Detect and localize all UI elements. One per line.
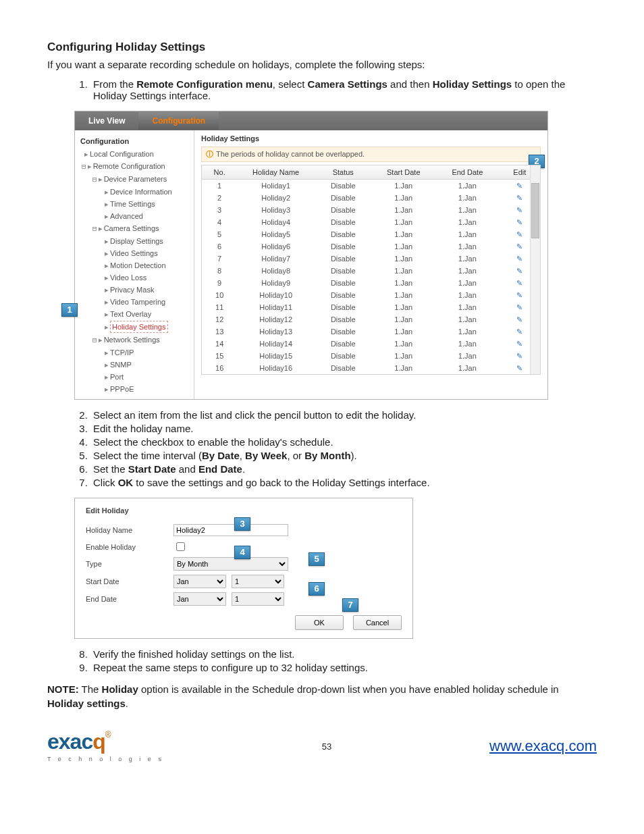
enable-holiday-label: Enable Holiday	[86, 543, 173, 551]
sidebar-local-config[interactable]: ▸Local Configuration	[78, 148, 191, 160]
table-row[interactable]: 4Holiday4Disable1.Jan1.Jan✎	[202, 216, 540, 228]
edit-holiday-title: Edit Holiday	[86, 506, 402, 515]
sidebar-holiday-settings[interactable]: ▸Holiday Settings	[78, 320, 191, 334]
step-5: Select the time interval (By Date, By We…	[90, 450, 597, 461]
page-heading: Configuring Holiday Settings	[47, 41, 597, 54]
sidebar-advanced[interactable]: ▸Advanced	[78, 210, 191, 222]
step-6: Set the Start Date and End Date.	[90, 463, 597, 475]
type-select[interactable]: By Month	[173, 557, 288, 571]
sidebar-motion-detection[interactable]: ▸Motion Detection	[78, 259, 191, 271]
table-row[interactable]: 3Holiday3Disable1.Jan1.Jan✎	[202, 204, 540, 216]
enable-holiday-checkbox[interactable]	[176, 542, 185, 551]
sidebar-device-params[interactable]: ⊟▸Device Parameters	[78, 173, 191, 186]
ok-button[interactable]: OK	[295, 615, 344, 630]
sidebar-header: Configuration	[78, 134, 191, 148]
step-9: Repeat the same steps to configure up to…	[90, 662, 597, 673]
exacq-logo: exacq® T e c h n o l o g i e s	[47, 731, 164, 762]
page-footer: exacq® T e c h n o l o g i e s 53 www.ex…	[47, 731, 597, 762]
sidebar-text-overlay[interactable]: ▸Text Overlay	[78, 308, 191, 320]
start-day-select[interactable]: 1	[232, 575, 284, 588]
start-month-select[interactable]: Jan	[173, 575, 226, 588]
pencil-icon[interactable]: ✎	[516, 352, 522, 360]
pencil-icon[interactable]: ✎	[516, 230, 522, 238]
content-panel: Holiday Settings ⓘThe periods of holiday…	[194, 130, 547, 399]
pencil-icon[interactable]: ✎	[516, 242, 522, 251]
table-row[interactable]: 15Holiday15Disable1.Jan1.Jan✎	[202, 350, 540, 362]
sidebar-port[interactable]: ▸Port	[78, 371, 191, 383]
table-row[interactable]: 2Holiday2Disable1.Jan1.Jan✎	[202, 192, 540, 204]
info-icon: ⓘ	[206, 150, 213, 158]
pencil-icon[interactable]: ✎	[516, 303, 522, 311]
holiday-name-label: Holiday Name	[86, 526, 173, 534]
steps-list-2: Select an item from the list and click t…	[47, 409, 597, 488]
holiday-table: No. Holiday Name Status Start Date End D…	[202, 165, 540, 374]
sidebar-video-loss[interactable]: ▸Video Loss	[78, 271, 191, 284]
pencil-icon[interactable]: ✎	[516, 364, 522, 372]
holiday-settings-screenshot: 1 Live View Configuration Configuration …	[74, 111, 548, 400]
sidebar-network-settings[interactable]: ⊟▸Network Settings	[78, 334, 191, 346]
end-date-label: End Date	[86, 595, 173, 603]
table-row[interactable]: 5Holiday5Disable1.Jan1.Jan✎	[202, 228, 540, 240]
table-row[interactable]: 7Holiday7Disable1.Jan1.Jan✎	[202, 253, 540, 265]
pencil-icon[interactable]: ✎	[516, 206, 522, 214]
sidebar-tcpip[interactable]: ▸TCP/IP	[78, 346, 191, 359]
content-title: Holiday Settings	[201, 134, 541, 147]
note-paragraph: NOTE: The Holiday option is available in…	[47, 683, 597, 710]
sidebar-video-settings[interactable]: ▸Video Settings	[78, 247, 191, 259]
col-status: Status	[315, 165, 372, 180]
table-row[interactable]: 13Holiday13Disable1.Jan1.Jan✎	[202, 325, 540, 338]
table-row[interactable]: 1Holiday1Disable1.Jan1.Jan✎	[202, 180, 540, 192]
table-row[interactable]: 12Holiday12Disable1.Jan1.Jan✎	[202, 313, 540, 325]
table-row[interactable]: 14Holiday14Disable1.Jan1.Jan✎	[202, 338, 540, 350]
pencil-icon[interactable]: ✎	[516, 279, 522, 287]
type-label: Type	[86, 560, 173, 568]
sidebar-video-tampering[interactable]: ▸Video Tampering	[78, 296, 191, 308]
pencil-icon[interactable]: ✎	[516, 340, 522, 348]
col-no: No.	[202, 165, 237, 180]
pencil-icon[interactable]: ✎	[516, 218, 522, 226]
sidebar-display-settings[interactable]: ▸Display Settings	[78, 235, 191, 247]
step-2: Select an item from the list and click t…	[90, 409, 597, 421]
tab-live-view[interactable]: Live View	[75, 112, 138, 130]
website-link[interactable]: www.exacq.com	[489, 737, 597, 755]
intro-text: If you want a separate recording schedul…	[47, 58, 597, 72]
start-date-label: Start Date	[86, 577, 173, 585]
pencil-icon[interactable]: ✎	[516, 315, 522, 323]
callout-7: 7	[342, 598, 358, 612]
table-row[interactable]: 9Holiday9Disable1.Jan1.Jan✎	[202, 277, 540, 289]
step-8: Verify the finished holiday settings on …	[90, 648, 597, 660]
holiday-name-input[interactable]	[173, 524, 288, 536]
page-number: 53	[322, 741, 331, 752]
table-row[interactable]: 6Holiday6Disable1.Jan1.Jan✎	[202, 240, 540, 253]
pencil-icon[interactable]: ✎	[516, 267, 522, 275]
pencil-icon[interactable]: ✎	[516, 194, 522, 202]
steps-list-3: Verify the finished holiday settings on …	[47, 648, 597, 673]
cancel-button[interactable]: Cancel	[353, 615, 402, 630]
sidebar-remote-config[interactable]: ⊟▸Remote Configuration	[78, 160, 191, 173]
table-row[interactable]: 10Holiday10Disable1.Jan1.Jan✎	[202, 289, 540, 301]
sidebar-privacy-mask[interactable]: ▸Privacy Mask	[78, 284, 191, 296]
sidebar-device-info[interactable]: ▸Device Information	[78, 186, 191, 198]
end-day-select[interactable]: 1	[232, 592, 284, 606]
sidebar-camera-settings[interactable]: ⊟▸Camera Settings	[78, 222, 191, 235]
callout-4: 4	[234, 546, 250, 559]
callout-5: 5	[308, 552, 325, 566]
table-row[interactable]: 16Holiday16Disable1.Jan1.Jan✎	[202, 362, 540, 374]
sidebar-pppoe[interactable]: ▸PPPoE	[78, 383, 191, 395]
callout-6: 6	[308, 582, 325, 596]
sidebar-snmp[interactable]: ▸SNMP	[78, 359, 191, 371]
end-month-select[interactable]: Jan	[173, 592, 226, 606]
callout-3: 3	[234, 517, 250, 531]
pencil-icon[interactable]: ✎	[516, 255, 522, 263]
col-end: End Date	[435, 165, 500, 180]
scrollbar[interactable]	[530, 165, 540, 374]
steps-list: From the Remote Configuration menu, sele…	[47, 78, 597, 101]
table-row[interactable]: 11Holiday11Disable1.Jan1.Jan✎	[202, 301, 540, 313]
pencil-icon[interactable]: ✎	[516, 291, 522, 299]
tab-configuration[interactable]: Configuration	[138, 112, 219, 130]
scroll-thumb[interactable]	[531, 183, 539, 238]
pencil-icon[interactable]: ✎	[516, 328, 522, 336]
table-row[interactable]: 8Holiday8Disable1.Jan1.Jan✎	[202, 265, 540, 277]
sidebar-time-settings[interactable]: ▸Time Settings	[78, 198, 191, 210]
pencil-icon[interactable]: ✎	[516, 182, 522, 190]
